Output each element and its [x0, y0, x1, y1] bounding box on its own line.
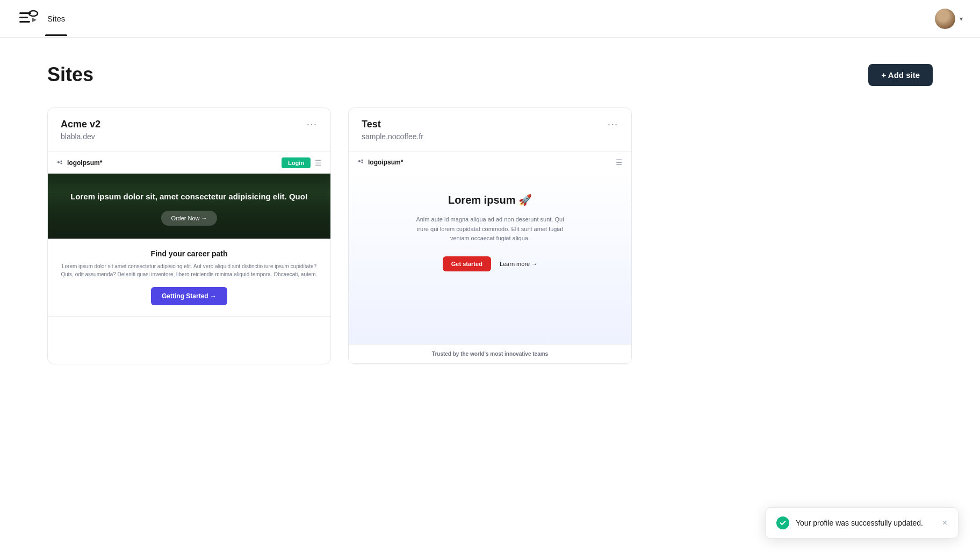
- svg-point-6: [61, 162, 62, 164]
- main-content: Sites + Add site Acme v2 blabla.dev ⋯: [0, 38, 980, 390]
- preview-test-text: Anim aute id magna aliqua ad ad non dese…: [409, 215, 571, 243]
- svg-rect-2: [19, 21, 30, 23]
- svg-point-7: [358, 160, 361, 162]
- add-site-button[interactable]: + Add site: [868, 64, 933, 86]
- card-menu-test[interactable]: ⋯: [607, 119, 618, 130]
- preview-hamburger-test: ☰: [616, 158, 623, 167]
- hero-cta-acme[interactable]: Order Now →: [161, 211, 217, 226]
- preview-body-title-acme: Find your career path: [56, 249, 322, 258]
- main-nav: Sites: [45, 14, 67, 24]
- card-info-acme: Acme v2 blabla.dev: [61, 119, 100, 141]
- app-logo-icon: [17, 8, 39, 30]
- site-card-acme: Acme v2 blabla.dev ⋯ logoipsum* Login: [47, 107, 331, 364]
- logo-area: Sites: [17, 8, 67, 30]
- user-avatar[interactable]: [935, 9, 955, 29]
- preview-logo-test: logoipsum*: [357, 157, 403, 167]
- preview-login-btn-acme[interactable]: Login: [282, 157, 311, 168]
- card-domain-test: sample.nocoffee.fr: [362, 132, 423, 141]
- preview-nav-acme: logoipsum* Login ☰: [48, 152, 330, 174]
- svg-point-9: [362, 162, 363, 163]
- page-header: Sites + Add site: [47, 63, 933, 86]
- getting-started-button[interactable]: Getting Started →: [151, 287, 227, 305]
- card-preview-acme: logoipsum* Login ☰ Lorem ipsum dolor sit…: [48, 152, 330, 317]
- preview-logo-acme: logoipsum*: [56, 159, 102, 168]
- page-title: Sites: [47, 63, 93, 86]
- preview-logo-text-test: logoipsum*: [368, 159, 403, 166]
- preview-body-acme: Find your career path Lorem ipsum dolor …: [48, 239, 330, 316]
- preview-logo-icon-acme: [56, 159, 64, 168]
- card-preview-test: logoipsum* ☰ Lorem ipsum 🚀 Anim aute id …: [349, 152, 631, 364]
- card-info-test: Test sample.nocoffee.fr: [362, 119, 423, 141]
- nav-sites[interactable]: Sites: [45, 14, 67, 23]
- learn-more-link[interactable]: Learn more →: [500, 261, 537, 267]
- get-started-button[interactable]: Get started: [443, 256, 491, 271]
- svg-point-4: [57, 161, 60, 163]
- svg-point-8: [362, 160, 363, 161]
- card-menu-acme[interactable]: ⋯: [306, 119, 318, 130]
- preview-body-text-acme: Lorem ipsum dolor sit amet consectetur a…: [56, 262, 322, 278]
- preview-test-title: Lorem ipsum 🚀: [362, 193, 618, 206]
- preview-logo-text-acme: logoipsum*: [67, 159, 102, 167]
- card-title-acme: Acme v2: [61, 119, 100, 130]
- preview-test-actions: Get started Learn more →: [362, 256, 618, 271]
- svg-point-5: [61, 160, 62, 162]
- header-right: ▾: [935, 9, 963, 29]
- trusted-text: Trusted by the world's most innovative t…: [349, 344, 631, 363]
- header: Sites ▾: [0, 0, 980, 38]
- preview-hero-acme: Lorem ipsum dolor sit, amet consectetur …: [48, 174, 330, 239]
- svg-rect-1: [19, 17, 28, 18]
- preview-logo-icon-test: [357, 157, 365, 167]
- preview-nav-test: logoipsum* ☰: [349, 152, 631, 172]
- hero-title-acme: Lorem ipsum dolor sit, amet consectetur …: [59, 191, 320, 202]
- preview-hero-test: Lorem ipsum 🚀 Anim aute id magna aliqua …: [349, 172, 631, 344]
- sites-grid: Acme v2 blabla.dev ⋯ logoipsum* Login: [47, 107, 933, 364]
- user-menu-chevron[interactable]: ▾: [960, 15, 963, 23]
- card-title-test: Test: [362, 119, 423, 130]
- card-header-test: Test sample.nocoffee.fr ⋯: [349, 108, 631, 152]
- site-card-test: Test sample.nocoffee.fr ⋯ logoipsum* ☰: [348, 107, 632, 364]
- card-header-acme: Acme v2 blabla.dev ⋯: [48, 108, 330, 152]
- preview-hamburger-acme: ☰: [315, 159, 322, 167]
- card-domain-acme: blabla.dev: [61, 132, 100, 141]
